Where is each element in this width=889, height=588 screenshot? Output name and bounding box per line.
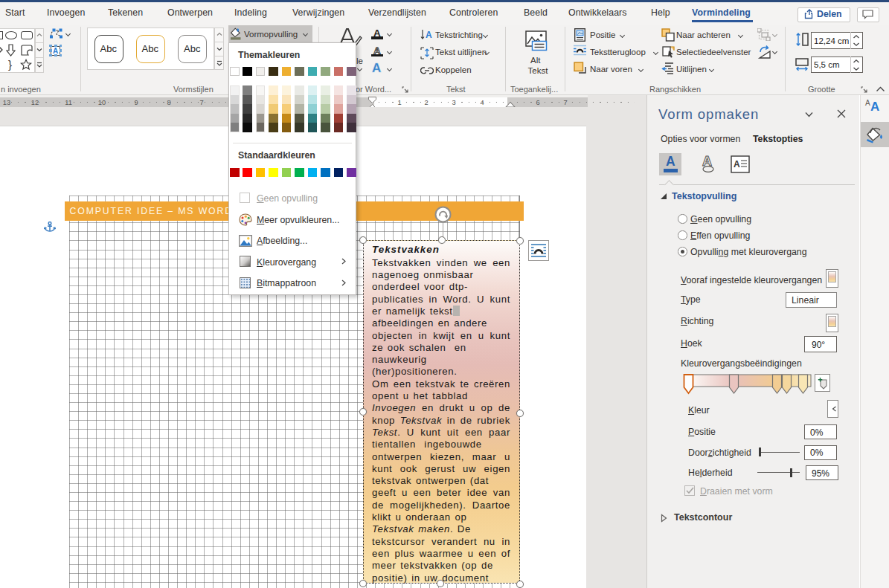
svg-text:A: A [734,159,740,169]
svg-text:A: A [372,61,381,74]
svg-text:A: A [426,30,432,40]
svg-text:A: A [373,28,381,38]
svg-text:A: A [373,45,381,55]
